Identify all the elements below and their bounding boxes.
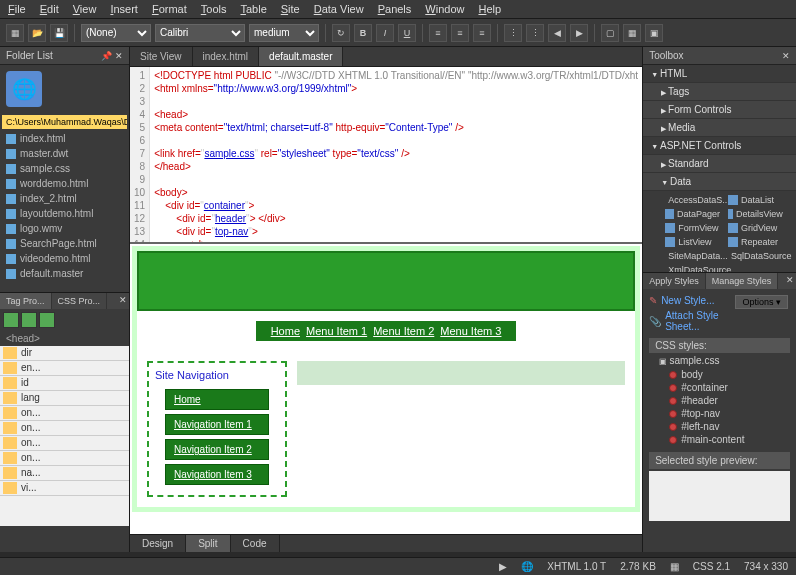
pin-icon[interactable]: 📌 xyxy=(101,51,112,61)
file-item[interactable]: default.master xyxy=(0,266,129,281)
toolbox-item[interactable]: SqlDataSource xyxy=(724,249,787,263)
toolbox-section[interactable]: HTML xyxy=(643,65,796,83)
css-rule[interactable]: #header xyxy=(649,394,790,407)
menu-help[interactable]: Help xyxy=(478,3,501,15)
attribute-row[interactable]: on... xyxy=(0,451,129,466)
menu-table[interactable]: Table xyxy=(240,3,266,15)
toolbox-item[interactable]: AccessDataS... xyxy=(661,193,724,207)
css-file-node[interactable]: sample.css xyxy=(649,353,790,368)
toolbox-item[interactable]: Repeater xyxy=(724,235,787,249)
close-icon[interactable]: ✕ xyxy=(782,51,790,61)
path-bar[interactable]: C:\Users\Muhammad.Waqas\Do xyxy=(2,115,127,129)
style-select[interactable]: (None) xyxy=(81,24,151,42)
status-css-icon[interactable]: ▦ xyxy=(670,561,679,572)
toolbox-item[interactable]: ListView xyxy=(661,235,724,249)
indent-button[interactable]: ▶ xyxy=(570,24,588,42)
toolbox-item[interactable]: XmlDataSource xyxy=(661,263,724,272)
file-item[interactable]: SearchPage.html xyxy=(0,236,129,251)
toolbox-item[interactable]: SiteMapData... xyxy=(661,249,724,263)
list-button[interactable]: ⋮ xyxy=(504,24,522,42)
refresh-icon[interactable]: ↻ xyxy=(332,24,350,42)
attribute-row[interactable]: vi... xyxy=(0,481,129,496)
attribute-row[interactable]: dir xyxy=(0,346,129,361)
design-preview[interactable]: HomeMenu Item 1Menu Item 2Menu Item 3 Si… xyxy=(130,242,642,534)
status-ie-icon[interactable]: 🌐 xyxy=(521,561,533,572)
attribute-row[interactable]: on... xyxy=(0,406,129,421)
options-button[interactable]: Options ▾ xyxy=(735,295,788,309)
new-style-link[interactable]: ✎New Style... xyxy=(649,293,733,308)
tab-manage-styles[interactable]: Manage Styles xyxy=(706,273,779,289)
file-item[interactable]: layoutdemo.html xyxy=(0,206,129,221)
view-tab-design[interactable]: Design xyxy=(130,535,186,552)
file-item[interactable]: master.dwt xyxy=(0,146,129,161)
image-button[interactable]: ▣ xyxy=(645,24,663,42)
attach-stylesheet-link[interactable]: 📎Attach Style Sheet... xyxy=(649,308,733,334)
new-button[interactable]: ▦ xyxy=(6,24,24,42)
menu-site[interactable]: Site xyxy=(281,3,300,15)
menu-format[interactable]: Format xyxy=(152,3,187,15)
list-button[interactable]: ⋮ xyxy=(526,24,544,42)
css-rule[interactable]: #top-nav xyxy=(649,407,790,420)
close-icon[interactable]: ✕ xyxy=(119,295,127,305)
tab-css-properties[interactable]: CSS Pro... xyxy=(52,293,108,309)
close-icon[interactable]: ✕ xyxy=(786,275,794,285)
attribute-row[interactable]: en... xyxy=(0,361,129,376)
close-icon[interactable]: ✕ xyxy=(115,51,123,61)
save-button[interactable]: 💾 xyxy=(50,24,68,42)
file-item[interactable]: logo.wmv xyxy=(0,221,129,236)
editor-tab[interactable]: Site View xyxy=(130,47,193,66)
table-button[interactable]: ▦ xyxy=(623,24,641,42)
attribute-row[interactable]: lang xyxy=(0,391,129,406)
file-item[interactable]: index_2.html xyxy=(0,191,129,206)
status-preview-icon[interactable]: ▶ xyxy=(499,561,507,572)
bold-button[interactable]: B xyxy=(354,24,372,42)
toolbox-item[interactable]: FormView xyxy=(661,221,724,235)
toolbox-item[interactable]: DetailsView xyxy=(724,207,787,221)
view-tab-split[interactable]: Split xyxy=(186,535,230,552)
attribute-row[interactable]: on... xyxy=(0,436,129,451)
toolbox-subsection[interactable]: Data xyxy=(643,173,796,191)
css-rule[interactable]: #container xyxy=(649,381,790,394)
align-right-button[interactable]: ≡ xyxy=(473,24,491,42)
toolbox-subsection[interactable]: Media xyxy=(643,119,796,137)
css-rule[interactable]: body xyxy=(649,368,790,381)
tag-tool-icon[interactable] xyxy=(39,312,55,328)
toolbox-subsection[interactable]: Tags xyxy=(643,83,796,101)
tag-tool-icon[interactable] xyxy=(3,312,19,328)
tag-tool-icon[interactable] xyxy=(21,312,37,328)
align-center-button[interactable]: ≡ xyxy=(451,24,469,42)
tab-apply-styles[interactable]: Apply Styles xyxy=(643,273,706,289)
underline-button[interactable]: U xyxy=(398,24,416,42)
italic-button[interactable]: I xyxy=(376,24,394,42)
view-tab-code[interactable]: Code xyxy=(231,535,280,552)
menu-tools[interactable]: Tools xyxy=(201,3,227,15)
status-doctype[interactable]: XHTML 1.0 T xyxy=(547,561,606,572)
editor-tab[interactable]: default.master xyxy=(259,47,343,66)
file-item[interactable]: sample.css xyxy=(0,161,129,176)
code-editor[interactable]: 1234567891011121314 <!DOCTYPE html PUBLI… xyxy=(130,67,642,242)
menu-insert[interactable]: Insert xyxy=(110,3,138,15)
menu-data-view[interactable]: Data View xyxy=(314,3,364,15)
toolbox-item[interactable]: DataList xyxy=(724,193,787,207)
status-css[interactable]: CSS 2.1 xyxy=(693,561,730,572)
editor-tab[interactable]: index.html xyxy=(193,47,260,66)
attribute-row[interactable]: on... xyxy=(0,421,129,436)
attribute-row[interactable]: na... xyxy=(0,466,129,481)
toolbox-item[interactable]: GridView xyxy=(724,221,787,235)
file-item[interactable]: videodemo.html xyxy=(0,251,129,266)
toolbox-subsection[interactable]: Form Controls xyxy=(643,101,796,119)
attribute-row[interactable]: id xyxy=(0,376,129,391)
toolbox-section[interactable]: ASP.NET Controls xyxy=(643,137,796,155)
align-left-button[interactable]: ≡ xyxy=(429,24,447,42)
outdent-button[interactable]: ◀ xyxy=(548,24,566,42)
menu-edit[interactable]: Edit xyxy=(40,3,59,15)
tab-tag-properties[interactable]: Tag Pro... xyxy=(0,293,52,309)
css-rule[interactable]: #main-content xyxy=(649,433,790,446)
file-item[interactable]: index.html xyxy=(0,131,129,146)
menu-view[interactable]: View xyxy=(73,3,97,15)
border-button[interactable]: ▢ xyxy=(601,24,619,42)
file-item[interactable]: worddemo.html xyxy=(0,176,129,191)
font-select[interactable]: Calibri xyxy=(155,24,245,42)
toolbox-subsection[interactable]: Standard xyxy=(643,155,796,173)
menu-window[interactable]: Window xyxy=(425,3,464,15)
